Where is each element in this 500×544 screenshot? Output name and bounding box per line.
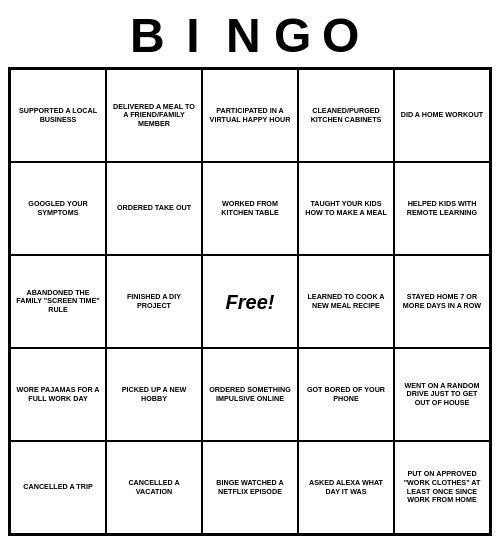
cell-r4c4[interactable]: PUT ON APPROVED "WORK CLOTHES" AT LEAST … <box>394 441 490 534</box>
cell-r1c0[interactable]: GOOGLED YOUR SYMPTOMS <box>10 162 106 255</box>
cell-r1c1[interactable]: ORDERED TAKE OUT <box>106 162 202 255</box>
letter-g: G <box>274 8 322 63</box>
cell-r3c3[interactable]: GOT BORED OF YOUR PHONE <box>298 348 394 441</box>
cell-r3c1[interactable]: PICKED UP A NEW HOBBY <box>106 348 202 441</box>
cell-r2c0[interactable]: ABANDONED THE FAMILY "SCREEN TIME" RULE <box>10 255 106 348</box>
cell-r0c3[interactable]: CLEANED/PURGED KITCHEN CABINETS <box>298 69 394 162</box>
cell-r4c1[interactable]: CANCELLED A VACATION <box>106 441 202 534</box>
cell-r0c4[interactable]: DID A HOME WORKOUT <box>394 69 490 162</box>
cell-r2c3[interactable]: LEARNED TO COOK A NEW MEAL RECIPE <box>298 255 394 348</box>
cell-r1c2[interactable]: WORKED FROM KITCHEN TABLE <box>202 162 298 255</box>
cell-r1c3[interactable]: TAUGHT YOUR KIDS HOW TO MAKE A MEAL <box>298 162 394 255</box>
cell-r4c3[interactable]: ASKED ALEXA WHAT DAY IT WAS <box>298 441 394 534</box>
letter-i: I <box>178 8 226 63</box>
cell-r3c0[interactable]: WORE PAJAMAS FOR A FULL WORK DAY <box>10 348 106 441</box>
letter-n: N <box>226 8 274 63</box>
bingo-title: B I N G O <box>130 8 370 63</box>
cell-r3c4[interactable]: WENT ON A RANDOM DRIVE JUST TO GET OUT O… <box>394 348 490 441</box>
cell-r1c4[interactable]: HELPED KIDS WITH REMOTE LEARNING <box>394 162 490 255</box>
cell-r4c2[interactable]: BINGE WATCHED A NETFLIX EPISODE <box>202 441 298 534</box>
bingo-grid: SUPPORTED A LOCAL BUSINESSDELIVERED A ME… <box>8 67 492 536</box>
letter-o: O <box>322 8 370 63</box>
letter-b: B <box>130 8 178 63</box>
cell-r2c1[interactable]: FINISHED A DIY PROJECT <box>106 255 202 348</box>
cell-r2c2[interactable]: Free! <box>202 255 298 348</box>
cell-r0c0[interactable]: SUPPORTED A LOCAL BUSINESS <box>10 69 106 162</box>
cell-r4c0[interactable]: CANCELLED A TRIP <box>10 441 106 534</box>
cell-r0c1[interactable]: DELIVERED A MEAL TO A FRIEND/FAMILY MEMB… <box>106 69 202 162</box>
cell-r2c4[interactable]: STAYED HOME 7 OR MORE DAYS IN A ROW <box>394 255 490 348</box>
cell-r0c2[interactable]: PARTICIPATED IN A VIRTUAL HAPPY HOUR <box>202 69 298 162</box>
cell-r3c2[interactable]: ORDERED SOMETHING IMPULSIVE ONLINE <box>202 348 298 441</box>
